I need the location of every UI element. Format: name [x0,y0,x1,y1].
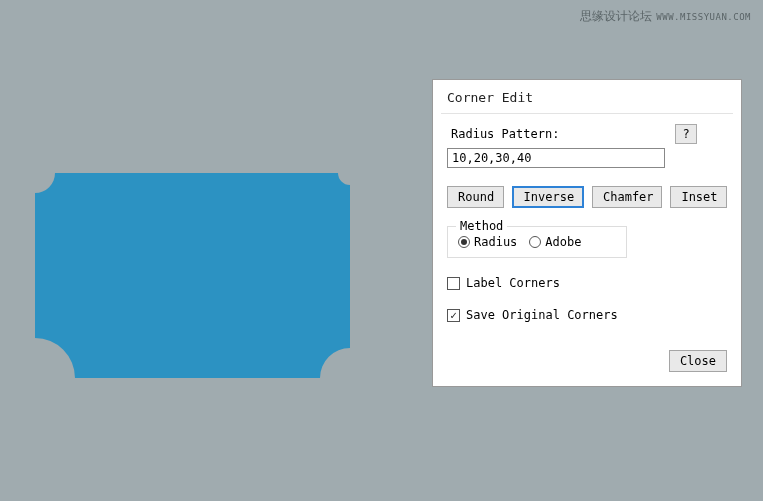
save-original-label: Save Original Corners [466,308,618,322]
help-button[interactable]: ? [675,124,697,144]
watermark: 思缘设计论坛 WWW.MISSYUAN.COM [580,8,751,25]
radio-radius-indicator [458,236,470,248]
round-button[interactable]: Round [447,186,504,208]
save-original-checkbox[interactable] [447,309,460,322]
label-corners-checkbox[interactable] [447,277,460,290]
label-corners-label: Label Corners [466,276,560,290]
radio-radius[interactable]: Radius [458,235,517,249]
watermark-url: WWW.MISSYUAN.COM [656,12,751,22]
inverse-button[interactable]: Inverse [512,186,584,208]
radius-pattern-label: Radius Pattern: [451,127,559,141]
method-group: Method Radius Adobe [447,226,627,258]
watermark-text: 思缘设计论坛 [580,8,652,25]
corner-edit-dialog: Corner Edit Radius Pattern: ? Round Inve… [432,79,742,387]
inverse-corner-rect [35,173,350,378]
preview-shape [35,173,350,378]
radio-adobe-indicator [529,236,541,248]
inset-button[interactable]: Inset [670,186,727,208]
radio-adobe[interactable]: Adobe [529,235,581,249]
radio-adobe-label: Adobe [545,235,581,249]
divider [441,113,733,114]
radio-radius-label: Radius [474,235,517,249]
radius-pattern-input[interactable] [447,148,665,168]
close-button[interactable]: Close [669,350,727,372]
chamfer-button[interactable]: Chamfer [592,186,662,208]
dialog-title: Corner Edit [433,80,741,113]
method-legend: Method [456,219,507,233]
